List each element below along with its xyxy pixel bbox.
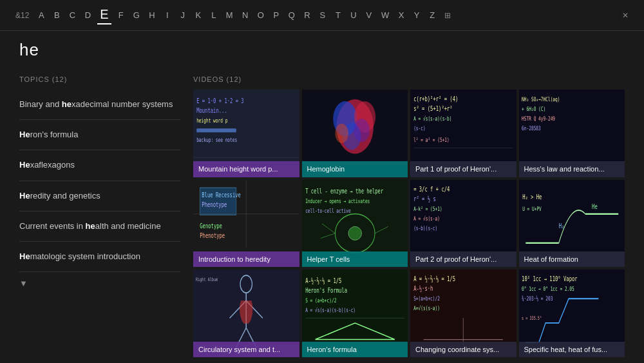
video-part1-heron[interactable]: c(r+b)²+r² = (4) s² = (5+1)²+r² A = √s(s…	[410, 90, 516, 177]
svg-text:A = √s(s-a)(s-b): A = √s(s-a)(s-b)	[413, 115, 451, 123]
nav-letter-n[interactable]: N	[240, 9, 251, 21]
svg-text:S = (a+b+c)/2: S = (a+b+c)/2	[305, 297, 336, 304]
video-heredity-label: Introduction to heredity	[193, 251, 299, 267]
nav-letter-b[interactable]: B	[51, 9, 62, 21]
svg-text:(s-b)(s-c): (s-b)(s-c)	[413, 225, 437, 232]
videos-header: VIDEOS (12)	[193, 75, 625, 83]
svg-text:l² = a² = (5+1): l² = a² = (5+1)	[413, 137, 450, 144]
svg-text:backup: see notes: backup: see notes	[196, 137, 237, 144]
nav-letter-v[interactable]: V	[363, 9, 375, 21]
svg-text:HSTR Q  4y9-249: HSTR Q 4y9-249	[522, 115, 555, 123]
svg-text:6n-28583: 6n-28583	[522, 125, 541, 132]
nav-letter-a[interactable]: A	[35, 9, 47, 21]
video-heat-label: Heat of formation	[519, 251, 625, 267]
svg-text:= 3/c f + c/4: = 3/c f + c/4	[413, 185, 450, 193]
video-mountain[interactable]: E = 1·0 + 1·2 = 3 Mountain... height wor…	[193, 90, 299, 177]
nav-letter-s[interactable]: S	[317, 9, 328, 21]
nav-letter-z[interactable]: Z	[426, 9, 438, 21]
svg-text:10² 1cc → 110° Vapor: 10² 1cc → 110° Vapor	[522, 275, 578, 283]
nav-letter-l[interactable]: L	[208, 9, 220, 21]
nav-letter-j[interactable]: J	[177, 9, 189, 21]
svg-text:Inducer → opens → activates: Inducer → opens → activates	[305, 198, 370, 205]
svg-text:Blue Recessive: Blue Recessive	[202, 191, 241, 199]
nav-letter-t[interactable]: T	[332, 9, 344, 21]
topic-hematologic[interactable]: Hematologic system introduction	[19, 242, 180, 272]
svg-point-13	[335, 124, 348, 143]
svg-text:A = √s(s-a)(s-b)(s-c): A = √s(s-a)(s-b)(s-c)	[305, 307, 355, 314]
topic-heredity-highlight: He	[19, 191, 30, 201]
alphabet-nav[interactable]: &12 A B C D E F G H I J K L M N O P Q R …	[0, 0, 644, 31]
nav-letter-y[interactable]: Y	[411, 9, 422, 21]
video-hess-law[interactable]: NH₃ SO₄→7HCl(aq) + 6H₂O (C) HSTR Q 4y9-2…	[519, 90, 625, 177]
videos-section: VIDEOS (12) E = 1·0 + 1·2 = 3 Mountain..…	[193, 65, 625, 358]
topic-health-highlight: he	[86, 221, 95, 231]
nav-letter-p[interactable]: P	[270, 9, 282, 21]
special-chars[interactable]: &12	[13, 10, 32, 21]
topic-hexaflexagons[interactable]: Hexaflexagons	[19, 150, 180, 181]
nav-letter-w[interactable]: W	[379, 9, 392, 21]
grid-icon[interactable]: ⊞	[442, 10, 453, 21]
svg-text:cell-to-cell active: cell-to-cell active	[305, 208, 351, 215]
svg-text:Right Album: Right Album	[196, 277, 218, 282]
video-coord-sys[interactable]: A = ½·⅔·⅓ = 1/5 A-½·s·h S=(a+b+c)/2 A=√(…	[410, 270, 516, 357]
svg-text:H₂ > He: H₂ > He	[522, 193, 542, 201]
nav-letter-q[interactable]: Q	[286, 9, 298, 21]
svg-text:T cell - enzyme → the helper: T cell - enzyme → the helper	[305, 187, 384, 195]
topic-binary-highlight: he	[62, 99, 71, 109]
video-specific-label: Specific heat, heat of fus...	[519, 342, 625, 357]
svg-text:s² = (5+1)²+r²: s² = (5+1)²+r²	[413, 105, 453, 113]
svg-text:¾·203·⅓ = 203: ¾·203·⅓ = 203	[522, 295, 553, 302]
nav-letter-f[interactable]: F	[115, 9, 127, 21]
svg-text:He: He	[592, 203, 598, 211]
nav-letter-e[interactable]: E	[97, 6, 111, 25]
svg-text:r² = ½ s: r² = ½ s	[413, 195, 436, 202]
topic-current-events[interactable]: Current events in health and medicine	[19, 211, 180, 242]
topic-heron[interactable]: Heron's formula	[19, 120, 180, 150]
svg-text:S=(a+b+c)/2: S=(a+b+c)/2	[413, 295, 440, 302]
svg-text:A = √s(s-a): A = √s(s-a)	[413, 215, 440, 222]
main-layout: TOPICS (12) Binary and hexadecimal numbe…	[0, 65, 644, 358]
nav-letter-m[interactable]: M	[223, 9, 236, 21]
topic-heredity[interactable]: Heredity and genetics	[19, 181, 180, 211]
topic-heron-highlight: He	[19, 130, 30, 139]
search-query: he	[0, 31, 644, 65]
svg-text:A-k² = (5+1): A-k² = (5+1)	[413, 206, 442, 213]
svg-rect-4	[196, 128, 236, 132]
video-part2-heron[interactable]: = 3/c f + c/4 r² = ½ s A-k² = (5+1) A = …	[410, 180, 516, 268]
svg-text:A-½·⅔·⅓ = 1/5: A-½·⅔·⅓ = 1/5	[305, 277, 341, 285]
nav-letter-h[interactable]: H	[146, 9, 158, 21]
video-circulatory[interactable]: Right Album Circulatory system and t...	[193, 270, 299, 357]
video-heat-formation[interactable]: H₂ > He U = U+PV H₂ He Heat of formation	[519, 180, 625, 268]
video-hemoglobin-label: Hemoglobin	[302, 161, 408, 177]
svg-text:+ 6H₂O (C): + 6H₂O (C)	[522, 106, 545, 113]
nav-letter-d[interactable]: D	[82, 9, 93, 21]
nav-letter-r[interactable]: R	[301, 9, 313, 21]
topic-hema-highlight: He	[19, 251, 30, 261]
video-hemoglobin[interactable]: Hemoglobin	[302, 90, 408, 177]
close-icon[interactable]: ✕	[620, 10, 631, 21]
video-herons-formula[interactable]: A-½·⅔·⅓ = 1/5 Heron's Formula S = (a+b+c…	[302, 270, 408, 357]
nav-letter-k[interactable]: K	[193, 9, 204, 21]
nav-letter-i[interactable]: I	[162, 9, 173, 21]
topic-hexa-highlight: He	[19, 160, 30, 170]
svg-point-12	[354, 119, 370, 142]
nav-letter-o[interactable]: O	[255, 9, 267, 21]
topics-sidebar: TOPICS (12) Binary and hexadecimal numbe…	[19, 65, 180, 358]
svg-text:(s-c): (s-c)	[413, 125, 426, 132]
topics-more[interactable]: ▼	[19, 272, 180, 295]
nav-letter-g[interactable]: G	[131, 9, 142, 21]
nav-letter-u[interactable]: U	[348, 9, 359, 21]
topic-binary[interactable]: Binary and hexadecimal number systems	[19, 90, 180, 120]
nav-letter-c[interactable]: C	[66, 9, 78, 21]
svg-text:c(r+b)²+r² = (4): c(r+b)²+r² = (4)	[413, 95, 458, 103]
svg-text:U = U+PV: U = U+PV	[522, 206, 542, 213]
video-specific-heat[interactable]: 10² 1cc → 110° Vapor 0° 1cc → 0° 1cc = 2…	[519, 270, 625, 357]
video-intro-heredity[interactable]: Blue Recessive Phenotype Genotype Phenot…	[193, 180, 299, 268]
video-helper-t[interactable]: T cell - enzyme → the helper Inducer → o…	[302, 180, 408, 268]
svg-text:height word p: height word p	[196, 117, 228, 124]
svg-text:s = 335.5°: s = 335.5°	[522, 316, 542, 322]
video-mountain-label: Mountain height word p...	[193, 161, 299, 177]
svg-text:A-½·s·h: A-½·s·h	[413, 285, 433, 293]
svg-text:Phenotype: Phenotype	[200, 232, 225, 240]
nav-letter-x[interactable]: X	[395, 9, 407, 21]
